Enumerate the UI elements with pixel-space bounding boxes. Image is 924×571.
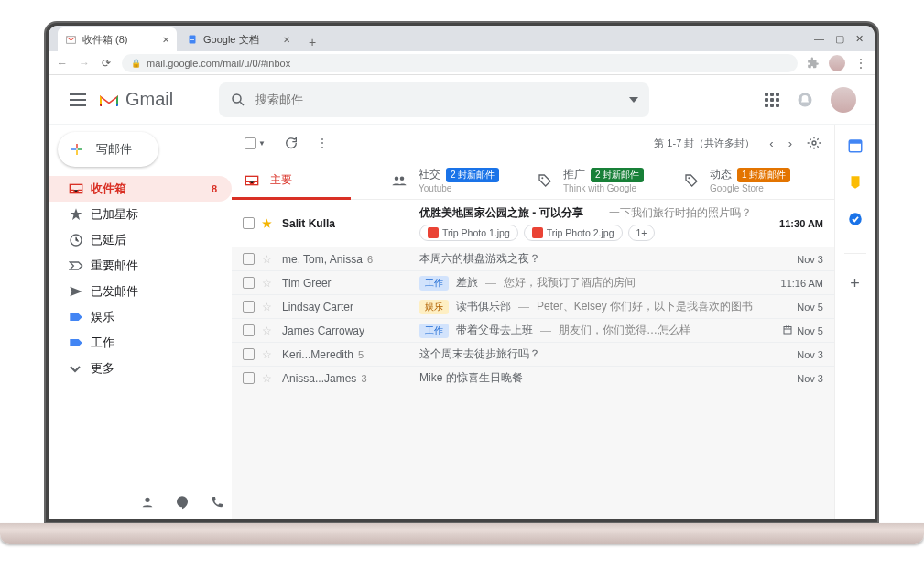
more-actions-button[interactable]: ⋮ <box>317 137 328 149</box>
account-avatar[interactable] <box>831 87 856 113</box>
attachment-more[interactable]: 1+ <box>628 225 656 241</box>
mail-checkbox[interactable] <box>243 277 255 289</box>
refresh-button[interactable] <box>284 136 299 150</box>
category-sub: Think with Google <box>563 183 644 193</box>
forward-button: → <box>78 57 91 70</box>
new-tab-button[interactable]: + <box>303 33 321 51</box>
prev-page-button[interactable]: ‹ <box>769 137 773 150</box>
sidebar-item-label: 已加星标 <box>91 207 138 223</box>
gmail-logo[interactable]: Gmail <box>98 89 173 110</box>
search-options-button[interactable] <box>629 97 638 103</box>
reload-button[interactable]: ⟳ <box>100 57 113 70</box>
mail-pane: ▼ ⋮ 第 1-7 封（共许多封） ‹ › 主要社交2 封新邮件Youtube推… <box>232 125 834 519</box>
sidebar-item-4[interactable]: 已发邮件 <box>49 279 232 304</box>
phone-icon[interactable] <box>210 495 224 510</box>
important-icon <box>69 260 91 271</box>
mail-row[interactable]: ☆Anissa...James 3Mike 的惊喜生日晚餐Nov 3 <box>232 367 834 390</box>
star-icon[interactable]: ★ <box>262 217 275 230</box>
mail-checkbox[interactable] <box>243 301 255 313</box>
tasks-icon[interactable] <box>847 211 864 227</box>
mail-row[interactable]: ☆Tim Greer工作差旅 — 您好，我预订了酒店的房间11:16 AM <box>232 271 834 295</box>
sidebar-item-6[interactable]: 工作 <box>49 330 232 356</box>
mail-checkbox[interactable] <box>243 372 255 384</box>
close-icon[interactable]: ✕ <box>162 35 169 45</box>
category-label: 主要 <box>270 172 292 188</box>
back-button[interactable]: ← <box>56 57 69 70</box>
mail-subject: 这个周末去徒步旅行吗？ <box>419 346 540 362</box>
browser-profile-avatar[interactable] <box>829 55 845 71</box>
tag-icon <box>538 173 552 188</box>
mail-label-chip[interactable]: 工作 <box>419 276 449 291</box>
inbox-icon <box>69 182 91 195</box>
maximize-button[interactable]: ▢ <box>835 33 844 45</box>
clock-icon <box>69 233 91 247</box>
google-apps-button[interactable] <box>765 93 779 107</box>
attachment-chip[interactable]: Trip Photo 2.jpg <box>524 225 623 241</box>
extensions-icon[interactable] <box>807 57 820 70</box>
mail-label-chip[interactable]: 娱乐 <box>419 300 449 314</box>
sidebar-item-label: 已发邮件 <box>91 284 138 300</box>
category-tab-3[interactable]: 动态1 封新邮件Google Store <box>671 161 818 199</box>
minimize-button[interactable]: — <box>814 33 824 44</box>
search-input[interactable] <box>255 93 629 106</box>
sidebar-item-2[interactable]: 已延后 <box>49 227 232 253</box>
category-badge: 2 封新邮件 <box>446 168 499 182</box>
select-dropdown[interactable]: ▼ <box>258 139 266 148</box>
mail-row[interactable]: ☆Keri...Meredith 5这个周末去徒步旅行吗？Nov 3 <box>232 343 834 367</box>
compose-button[interactable]: 写邮件 <box>58 132 158 167</box>
star-icon[interactable]: ☆ <box>262 277 275 290</box>
mail-checkbox[interactable] <box>243 324 255 336</box>
image-icon <box>428 227 439 238</box>
notifications-button[interactable] <box>796 91 814 109</box>
category-tab-1[interactable]: 社交2 封新邮件Youtube <box>378 161 525 199</box>
mail-row[interactable]: ☆me, Tom, Anissa 6本周六的棋盘游戏之夜？Nov 3 <box>232 247 834 271</box>
select-all-checkbox[interactable] <box>245 137 256 149</box>
mail-snippet: Peter、Kelsey 你们好，以下是我喜欢的图书 <box>537 299 753 314</box>
browser-menu-button[interactable]: ⋮ <box>854 57 867 70</box>
browser-tab[interactable]: 收件箱 (8) ✕ <box>58 27 177 51</box>
star-icon[interactable]: ☆ <box>262 253 275 266</box>
star-icon[interactable]: ☆ <box>262 324 275 337</box>
mail-label-chip[interactable]: 工作 <box>419 324 449 338</box>
mail-subject: 读书俱乐部 <box>456 299 511 314</box>
mail-time: Nov 3 <box>788 254 823 265</box>
next-page-button[interactable]: › <box>788 137 792 150</box>
more-icon <box>69 364 91 373</box>
get-addons-button[interactable]: + <box>850 274 860 293</box>
sidebar-item-1[interactable]: 已加星标 <box>49 202 232 227</box>
category-badge: 1 封新邮件 <box>737 168 790 182</box>
sidebar-item-3[interactable]: 重要邮件 <box>49 253 232 279</box>
attachment-chip[interactable]: Trip Photo 1.jpg <box>419 225 518 241</box>
mail-checkbox[interactable] <box>243 348 255 360</box>
star-icon[interactable]: ☆ <box>262 348 275 361</box>
sidebar-item-0[interactable]: 收件箱8 <box>49 176 232 202</box>
mail-subject: 带着父母去上班 <box>456 323 533 338</box>
mail-row[interactable]: ★Salit Kulla优胜美地国家公园之旅 - 可以分享 — 一下我们旅行时拍… <box>232 200 834 247</box>
contacts-icon[interactable] <box>140 495 155 510</box>
star-icon[interactable]: ☆ <box>262 372 275 385</box>
mail-subject: 差旅 <box>456 275 478 291</box>
keep-icon[interactable] <box>847 174 864 191</box>
close-button[interactable]: ✕ <box>855 33 864 45</box>
browser-tab[interactable]: Google 文档 ✕ <box>179 27 298 51</box>
close-icon[interactable]: ✕ <box>283 35 290 45</box>
category-tab-0[interactable]: 主要 <box>232 161 378 199</box>
mail-checkbox[interactable] <box>243 253 255 265</box>
mail-row[interactable]: ☆Lindsay Carter娱乐读书俱乐部 — Peter、Kelsey 你们… <box>232 295 834 319</box>
url-input[interactable]: 🔒 mail.google.com/mail/u/0/#inbox <box>122 54 798 72</box>
mail-time: Nov 3 <box>788 349 823 360</box>
category-tab-2[interactable]: 推广2 封新邮件Think with Google <box>525 161 671 199</box>
mail-subject: Mike 的惊喜生日晚餐 <box>419 370 523 386</box>
mail-checkbox[interactable] <box>243 217 255 229</box>
main-menu-button[interactable] <box>58 93 98 106</box>
hangouts-icon[interactable] <box>175 495 190 510</box>
search-box[interactable] <box>219 82 649 117</box>
star-icon[interactable]: ☆ <box>262 301 275 313</box>
sidebar-item-5[interactable]: 娱乐 <box>49 304 232 330</box>
mail-row[interactable]: ☆James Carroway工作带着父母去上班 — 朋友们，你们觉得…怎么样N… <box>232 319 834 343</box>
settings-button[interactable] <box>807 136 821 150</box>
mail-list[interactable]: ★Salit Kulla优胜美地国家公园之旅 - 可以分享 — 一下我们旅行时拍… <box>232 200 834 519</box>
sidebar-item-7[interactable]: 更多 <box>49 356 232 381</box>
svg-point-14 <box>688 177 690 179</box>
calendar-icon[interactable] <box>847 137 864 154</box>
